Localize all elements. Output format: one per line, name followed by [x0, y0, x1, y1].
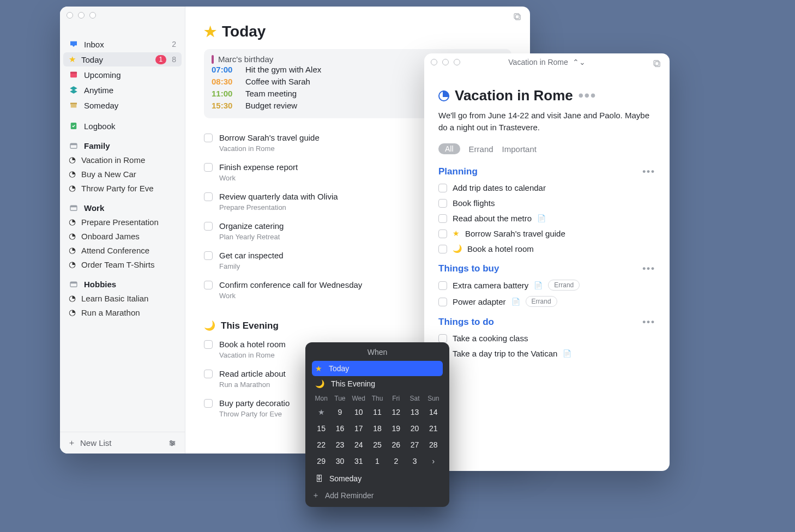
calendar-day[interactable]: 31 [350, 455, 368, 468]
checkbox[interactable] [438, 298, 447, 306]
task-row[interactable]: Read about the metro 📄 [438, 213, 655, 223]
calendar-day[interactable]: 15 [312, 422, 330, 435]
task-row[interactable]: Take a cooking class [438, 333, 655, 343]
zoom-icon[interactable] [89, 12, 96, 19]
sidebar-project[interactable]: ◔Vacation in Rome [60, 153, 185, 167]
new-list-button[interactable]: ＋ New List [68, 438, 112, 448]
sidebar-item-someday[interactable]: Someday [63, 98, 182, 112]
when-option-evening[interactable]: 🌙 This Evening [312, 376, 443, 391]
checkbox[interactable] [438, 229, 447, 238]
checkbox[interactable] [204, 222, 213, 231]
task-title: Read about the metro [453, 214, 532, 223]
section-more-icon[interactable]: ••• [642, 263, 655, 274]
calendar-day[interactable]: 3 [405, 455, 424, 468]
calendar-day[interactable]: 9 [330, 406, 349, 419]
calendar-today-star[interactable]: ★ [312, 406, 330, 419]
sidebar-project[interactable]: ◔Prepare Presentation [60, 215, 185, 229]
task-row[interactable]: Add trip dates to calendar [438, 183, 655, 192]
calendar-day[interactable]: 12 [387, 406, 405, 419]
section-more-icon[interactable]: ••• [642, 317, 655, 328]
checkbox[interactable] [438, 199, 447, 208]
sidebar-item-logbook[interactable]: Logbook [63, 119, 182, 133]
window-title-menu[interactable]: Vacation in Rome ⌃⌄ [424, 58, 670, 66]
calendar-day[interactable]: 20 [405, 422, 424, 435]
calendar-day[interactable]: 27 [405, 438, 424, 451]
calendar-day[interactable]: 28 [424, 438, 443, 451]
calendar-day[interactable]: 17 [350, 422, 368, 435]
calendar-day[interactable]: 10 [350, 406, 368, 419]
task-tag[interactable]: Errand [526, 296, 557, 307]
sidebar-item-inbox[interactable]: Inbox 2 [63, 37, 182, 51]
checkbox[interactable] [204, 192, 213, 201]
calendar-day[interactable]: 14 [424, 406, 443, 419]
task-row[interactable]: ★Borrow Sarah's travel guide [438, 228, 655, 238]
calendar-day[interactable]: 29 [312, 455, 330, 468]
filter-errand[interactable]: Errand [469, 144, 493, 154]
area-header[interactable]: Hobbies [60, 271, 185, 291]
checkbox[interactable] [204, 251, 213, 260]
filter-important[interactable]: Important [502, 144, 537, 154]
sidebar-project[interactable]: ◔Buy a New Car [60, 167, 185, 181]
task-row[interactable]: Book flights [438, 198, 655, 208]
task-row[interactable]: Extra camera battery 📄 Errand [438, 280, 655, 291]
window-controls[interactable] [67, 12, 96, 19]
checkbox[interactable] [204, 281, 213, 289]
sidebar-project[interactable]: ◔Run a Marathon [60, 305, 185, 319]
checkbox[interactable] [204, 163, 213, 172]
checkbox[interactable] [438, 214, 447, 223]
calendar-day[interactable]: 1 [368, 455, 387, 468]
sidebar-project[interactable]: ◔Order Team T-Shirts [60, 257, 185, 271]
new-window-icon[interactable] [652, 59, 662, 69]
minimize-icon[interactable] [78, 12, 85, 19]
calendar-day[interactable]: 11 [368, 406, 387, 419]
area-header[interactable]: Work [60, 195, 185, 215]
calendar-day[interactable]: 24 [350, 438, 368, 451]
when-option-today[interactable]: ★ Today [312, 361, 443, 376]
more-icon[interactable]: ••• [579, 87, 597, 104]
checkbox[interactable] [204, 340, 213, 349]
filter-all[interactable]: All [438, 143, 460, 154]
calendar-day[interactable]: 23 [330, 438, 349, 451]
sidebar-item-today[interactable]: ★ Today 1 8 [63, 52, 182, 66]
calendar-next-icon[interactable]: › [424, 455, 443, 468]
new-window-icon[interactable] [513, 12, 522, 22]
section-heading[interactable]: Things to buy [438, 263, 499, 274]
calendar-day[interactable]: 22 [312, 438, 330, 451]
checkbox[interactable] [438, 245, 447, 253]
when-option-someday[interactable]: 🗄 Someday [312, 471, 443, 486]
calendar-day[interactable]: 30 [330, 455, 349, 468]
close-icon[interactable] [67, 12, 73, 19]
add-reminder-button[interactable]: ＋ Add Reminder [312, 491, 443, 500]
sidebar-project[interactable]: ◔Learn Basic Italian [60, 291, 185, 305]
calendar-day[interactable]: 2 [387, 455, 405, 468]
calendar-day[interactable]: 16 [330, 422, 349, 435]
when-popover[interactable]: When ★ Today 🌙 This Evening MonTueWedThu… [305, 342, 449, 507]
checkbox[interactable] [438, 281, 447, 290]
section-heading[interactable]: Things to do [438, 317, 494, 328]
sidebar-project[interactable]: ◔Attend Conference [60, 243, 185, 257]
sidebar-item-upcoming[interactable]: Upcoming [63, 68, 182, 82]
checkbox[interactable] [204, 134, 213, 142]
checkbox[interactable] [204, 370, 213, 378]
calendar-day[interactable]: 13 [405, 406, 424, 419]
task-row[interactable]: Take a day trip to the Vatican 📄 [438, 348, 655, 358]
task-tag[interactable]: Errand [548, 280, 580, 291]
settings-icon[interactable] [167, 438, 177, 448]
sidebar-project[interactable]: ◔Throw Party for Eve [60, 181, 185, 195]
calendar-day[interactable]: 26 [387, 438, 405, 451]
checkbox[interactable] [438, 184, 447, 192]
sidebar-project[interactable]: ◔Onboard James [60, 229, 185, 243]
task-row[interactable]: 🌙Book a hotel room [438, 244, 655, 253]
checkbox[interactable] [204, 399, 213, 408]
task-row[interactable]: Power adapter 📄 Errand [438, 296, 655, 307]
project-notes[interactable]: We'll go from June 14-22 and visit Jane … [438, 110, 655, 134]
sidebar-item-anytime[interactable]: Anytime [63, 83, 182, 97]
calendar-day[interactable]: 25 [368, 438, 387, 451]
calendar-day[interactable]: 21 [424, 422, 443, 435]
calendar-day[interactable]: 18 [368, 422, 387, 435]
checkbox[interactable] [438, 334, 447, 343]
calendar-day[interactable]: 19 [387, 422, 405, 435]
section-more-icon[interactable]: ••• [642, 166, 655, 177]
area-header[interactable]: Family [60, 133, 185, 153]
section-heading[interactable]: Planning [438, 166, 478, 177]
